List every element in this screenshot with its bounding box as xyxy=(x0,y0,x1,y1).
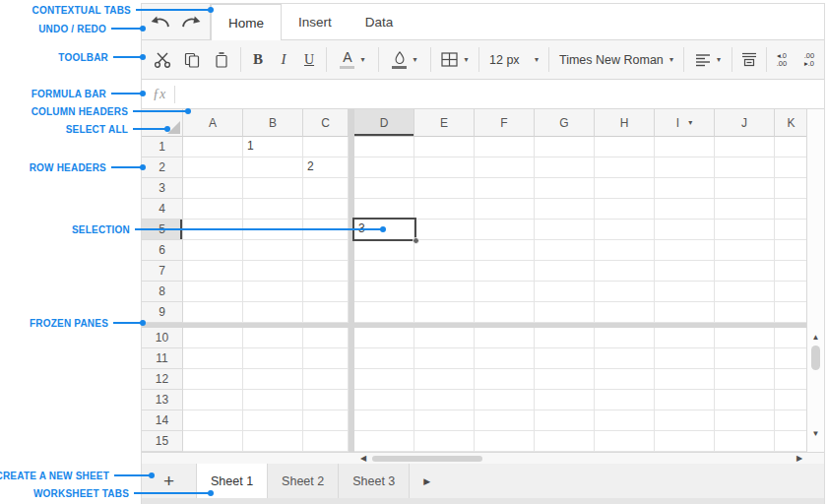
cell-C2[interactable]: 2 xyxy=(303,158,349,178)
cell-H2[interactable] xyxy=(595,158,655,178)
cell-A4[interactable] xyxy=(183,199,243,220)
sheet-tab-1[interactable]: Sheet 1 xyxy=(196,464,268,498)
cell-K9[interactable] xyxy=(775,302,806,323)
cell-A11[interactable] xyxy=(183,348,243,369)
borders-button[interactable]: ▾ xyxy=(435,52,475,67)
cell-D1[interactable] xyxy=(354,137,414,158)
cell-J15[interactable] xyxy=(715,431,775,452)
cell-B12[interactable] xyxy=(243,369,303,390)
row-header-1[interactable]: 1 xyxy=(142,137,183,158)
copy-button[interactable] xyxy=(177,52,207,68)
chevron-down-icon[interactable]: ▾ xyxy=(413,56,416,64)
cell-G5[interactable] xyxy=(535,220,595,240)
cell-J6[interactable] xyxy=(715,240,775,261)
cell-I7[interactable] xyxy=(655,261,715,282)
cell-C5[interactable] xyxy=(303,220,349,240)
row-header-5[interactable]: 5 xyxy=(142,220,183,240)
cell-C11[interactable] xyxy=(303,348,349,369)
chevron-down-icon[interactable]: ▾ xyxy=(717,56,721,64)
row-header-6[interactable]: 6 xyxy=(142,240,183,261)
filter-icon[interactable]: ▾ xyxy=(688,119,692,127)
cell-G7[interactable] xyxy=(535,261,595,282)
cell-B6[interactable] xyxy=(243,240,303,261)
select-all-corner[interactable] xyxy=(142,109,183,137)
formula-input[interactable] xyxy=(175,80,824,108)
row-header-7[interactable]: 7 xyxy=(142,261,183,282)
cell-D4[interactable] xyxy=(354,199,414,220)
row-header-3[interactable]: 3 xyxy=(142,178,183,199)
sheet-tab-3[interactable]: Sheet 3 xyxy=(339,464,410,498)
cell-D2[interactable] xyxy=(354,158,414,178)
cell-E12[interactable] xyxy=(414,369,475,390)
column-header-B[interactable]: B xyxy=(243,109,303,137)
cell-B2[interactable] xyxy=(243,158,303,178)
cell-C8[interactable] xyxy=(303,282,349,302)
cell-K6[interactable] xyxy=(775,240,806,261)
underline-button[interactable]: U xyxy=(296,52,322,68)
cell-H5[interactable] xyxy=(595,220,655,240)
cell-J2[interactable] xyxy=(715,158,775,178)
cell-E11[interactable] xyxy=(414,348,475,369)
chevron-down-icon[interactable]: ▾ xyxy=(464,56,468,64)
column-header-H[interactable]: H xyxy=(595,109,655,137)
cell-E1[interactable] xyxy=(414,137,475,158)
cell-B14[interactable] xyxy=(243,410,303,431)
cell-E9[interactable] xyxy=(414,302,475,323)
cell-H7[interactable] xyxy=(595,261,655,282)
cell-D14[interactable] xyxy=(354,410,414,431)
cell-K3[interactable] xyxy=(775,178,806,199)
cell-C15[interactable] xyxy=(303,431,349,452)
cell-J12[interactable] xyxy=(715,369,775,390)
cell-D13[interactable] xyxy=(354,390,414,410)
redo-button[interactable] xyxy=(180,10,204,33)
row-header-11[interactable]: 11 xyxy=(142,348,183,369)
cell-I12[interactable] xyxy=(655,369,715,390)
cell-B10[interactable] xyxy=(243,328,303,348)
row-header-4[interactable]: 4 xyxy=(142,199,183,220)
cell-F11[interactable] xyxy=(475,348,535,369)
cell-E14[interactable] xyxy=(414,410,475,431)
cell-F3[interactable] xyxy=(475,178,535,199)
next-sheet-button[interactable]: ▶ xyxy=(423,464,430,498)
cell-F13[interactable] xyxy=(475,390,535,410)
cell-H10[interactable] xyxy=(595,328,655,348)
cell-B11[interactable] xyxy=(243,348,303,369)
cell-E2[interactable] xyxy=(414,158,475,178)
cell-E8[interactable] xyxy=(414,282,475,302)
cell-I15[interactable] xyxy=(655,431,715,452)
cell-J7[interactable] xyxy=(715,261,775,282)
cell-I4[interactable] xyxy=(655,199,715,220)
horizontal-scroll-thumb[interactable] xyxy=(372,456,482,462)
cell-F10[interactable] xyxy=(475,328,535,348)
column-header-E[interactable]: E xyxy=(414,109,475,137)
row-header-2[interactable]: 2 xyxy=(142,158,183,178)
cell-D15[interactable] xyxy=(354,431,414,452)
cell-K7[interactable] xyxy=(775,261,806,282)
tab-insert[interactable]: Insert xyxy=(282,4,349,39)
cell-F9[interactable] xyxy=(475,302,535,323)
selection-overlay[interactable] xyxy=(352,218,416,241)
cell-C14[interactable] xyxy=(303,410,349,431)
cell-F5[interactable] xyxy=(475,220,535,240)
add-sheet-button[interactable]: + xyxy=(142,464,197,498)
cut-button[interactable] xyxy=(148,52,177,68)
cell-G2[interactable] xyxy=(535,158,595,178)
row-header-14[interactable]: 14 xyxy=(142,410,183,431)
cell-C9[interactable] xyxy=(303,302,349,323)
cell-A1[interactable] xyxy=(183,137,243,158)
cell-G6[interactable] xyxy=(535,240,595,261)
cell-G3[interactable] xyxy=(535,178,595,199)
cell-A10[interactable] xyxy=(183,328,243,348)
cell-A13[interactable] xyxy=(183,390,243,410)
cell-K1[interactable] xyxy=(775,137,806,158)
cell-C10[interactable] xyxy=(303,328,349,348)
cell-B5[interactable] xyxy=(243,220,303,240)
chevron-down-icon[interactable]: ▾ xyxy=(535,56,539,64)
fill-color-button[interactable]: ▾ xyxy=(383,51,426,69)
tab-home[interactable]: Home xyxy=(211,4,282,40)
scroll-up-arrow[interactable]: ▲ xyxy=(807,333,824,343)
cell-F4[interactable] xyxy=(475,199,535,220)
cell-F2[interactable] xyxy=(475,158,535,178)
cell-G15[interactable] xyxy=(535,431,595,452)
scroll-down-arrow[interactable]: ▼ xyxy=(807,429,824,439)
